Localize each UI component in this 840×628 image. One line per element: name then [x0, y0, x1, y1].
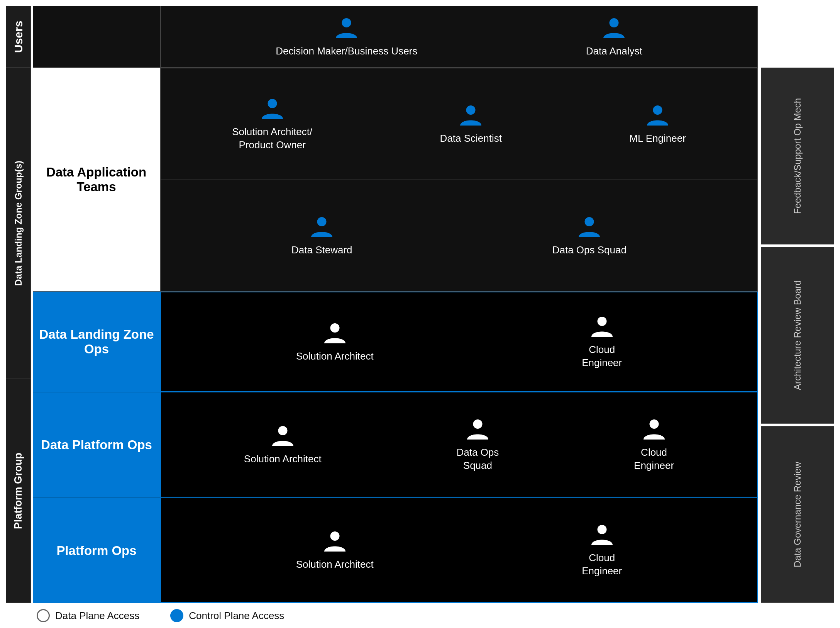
person-data-scientist: Data Scientist	[440, 103, 502, 145]
person-dlzo-cloud-engineer: CloudEngineer	[582, 314, 622, 370]
left-label-strip: Users Data Landing Zone Group(s) Platfor…	[6, 6, 31, 603]
person-dlzo-solution-architect: Solution Architect	[296, 321, 374, 363]
svg-point-7	[330, 323, 339, 333]
ml-engineer-label: ML Engineer	[629, 132, 686, 145]
data-steward-label: Data Steward	[291, 244, 352, 257]
user-white-icon-2	[589, 314, 615, 339]
dat-row: Data Application Teams Solution Architec…	[33, 68, 758, 292]
dlzo-solution-architect-label: Solution Architect	[296, 350, 374, 363]
data-landing-zone-label: Data Landing Zone Group(s)	[6, 68, 31, 379]
legend-control-plane: Control Plane Access	[170, 609, 284, 622]
user-white-icon-4	[465, 417, 490, 442]
svg-point-3	[466, 105, 476, 115]
dp-ops-row: Data Platform Ops Solution Architect	[33, 392, 758, 497]
user-blue-icon-4	[458, 103, 483, 128]
platform-section: Data Platform Ops Solution Architect	[33, 392, 758, 603]
plat-cloud-engineer-label: CloudEngineer	[582, 552, 622, 578]
data-analyst-label: Data Analyst	[586, 45, 642, 58]
data-plane-icon	[37, 609, 50, 622]
svg-point-10	[473, 419, 482, 429]
dat-right-content: Solution Architect/Product Owner Data Sc…	[160, 68, 758, 292]
dat-label-text: Data Application Teams	[33, 165, 160, 194]
users-persons: Decision Maker/Business Users Data Analy…	[161, 6, 757, 67]
svg-point-12	[330, 531, 339, 541]
dlzo-label: Data Landing Zone Ops	[33, 292, 160, 392]
plat-ops-label: Platform Ops	[33, 497, 160, 603]
person-data-ops-squad-dat: Data Ops Squad	[552, 215, 627, 257]
dp-data-ops-squad-label: Data OpsSquad	[456, 446, 499, 472]
svg-point-0	[342, 18, 351, 27]
svg-point-8	[597, 317, 606, 326]
user-blue-icon-6	[309, 215, 334, 240]
person-dp-data-ops-squad: Data OpsSquad	[456, 417, 499, 472]
plat-ops-row: Platform Ops Solution Architect	[33, 497, 758, 603]
control-plane-label: Control Plane Access	[189, 610, 284, 622]
person-data-analyst: Data Analyst	[586, 16, 642, 58]
person-data-steward: Data Steward	[291, 215, 352, 257]
users-label: Users	[6, 6, 31, 68]
svg-point-5	[317, 217, 327, 226]
person-plat-solution-architect: Solution Architect	[296, 529, 374, 571]
right-panels: Feedback/Support Op Mech Architecture Re…	[761, 6, 834, 603]
svg-point-4	[653, 105, 662, 115]
svg-point-1	[610, 18, 619, 27]
right-panel-governance: Data Governance Review	[761, 426, 834, 603]
users-spacer	[33, 6, 161, 67]
dp-ops-content: Solution Architect Data OpsSquad	[160, 392, 758, 497]
user-blue-icon-7	[577, 215, 602, 240]
solution-architect-label: Solution Architect/Product Owner	[232, 126, 312, 152]
dp-cloud-engineer-label: CloudEngineer	[634, 446, 674, 472]
legend-bar: Data Plane Access Control Plane Access	[6, 603, 834, 628]
user-white-icon-3	[270, 424, 295, 449]
dp-solution-architect-label: Solution Architect	[244, 453, 322, 466]
user-white-icon-7	[589, 523, 615, 548]
person-dp-solution-architect: Solution Architect	[244, 424, 322, 466]
dlzo-row: Data Landing Zone Ops Solution Architect	[33, 292, 758, 392]
svg-point-6	[585, 217, 594, 226]
svg-point-11	[649, 419, 659, 429]
person-ml-engineer: ML Engineer	[629, 103, 686, 145]
svg-point-9	[278, 426, 287, 435]
control-plane-icon	[170, 609, 183, 622]
user-white-icon-6	[322, 529, 347, 554]
user-blue-icon-3	[260, 97, 285, 122]
dlzo-content: Solution Architect CloudEngineer	[160, 292, 758, 392]
user-white-icon-5	[642, 417, 667, 442]
dp-ops-label: Data Platform Ops	[33, 392, 160, 497]
data-ops-squad-dat-label: Data Ops Squad	[552, 244, 627, 257]
dlzo-cloud-engineer-label: CloudEngineer	[582, 343, 622, 370]
plat-solution-architect-label: Solution Architect	[296, 558, 374, 571]
diagram-area: Users Data Landing Zone Group(s) Platfor…	[6, 6, 834, 603]
dat-lower-persons: Data Steward Data Ops Squad	[161, 180, 757, 291]
svg-point-2	[268, 99, 277, 108]
person-plat-cloud-engineer: CloudEngineer	[582, 523, 622, 578]
dat-left-label: Data Application Teams	[33, 68, 160, 292]
user-blue-icon-2	[601, 16, 627, 41]
data-plane-label: Data Plane Access	[55, 610, 139, 622]
person-dp-cloud-engineer: CloudEngineer	[634, 417, 674, 472]
right-panel-architecture: Architecture Review Board	[761, 247, 834, 424]
user-white-icon	[322, 321, 347, 346]
users-row: Decision Maker/Business Users Data Analy…	[33, 6, 758, 68]
page-wrapper: Users Data Landing Zone Group(s) Platfor…	[0, 0, 840, 628]
svg-point-13	[597, 525, 606, 534]
data-scientist-label: Data Scientist	[440, 132, 502, 145]
user-blue-icon	[334, 16, 359, 41]
dlzg-section: Data Application Teams Solution Architec…	[33, 68, 758, 603]
plat-ops-content: Solution Architect CloudEngineer	[160, 497, 758, 603]
content-area: Decision Maker/Business Users Data Analy…	[33, 6, 758, 603]
user-blue-icon-5	[645, 103, 670, 128]
platform-group-label: Platform Group	[6, 379, 31, 603]
person-decision-maker: Decision Maker/Business Users	[276, 16, 417, 58]
legend-data-plane: Data Plane Access	[37, 609, 139, 622]
right-panel-feedback: Feedback/Support Op Mech	[761, 68, 834, 244]
decision-maker-label: Decision Maker/Business Users	[276, 45, 417, 58]
person-solution-architect: Solution Architect/Product Owner	[232, 97, 312, 152]
dat-upper-persons: Solution Architect/Product Owner Data Sc…	[161, 68, 757, 180]
platform-inner: Data Platform Ops Solution Architect	[33, 392, 758, 603]
